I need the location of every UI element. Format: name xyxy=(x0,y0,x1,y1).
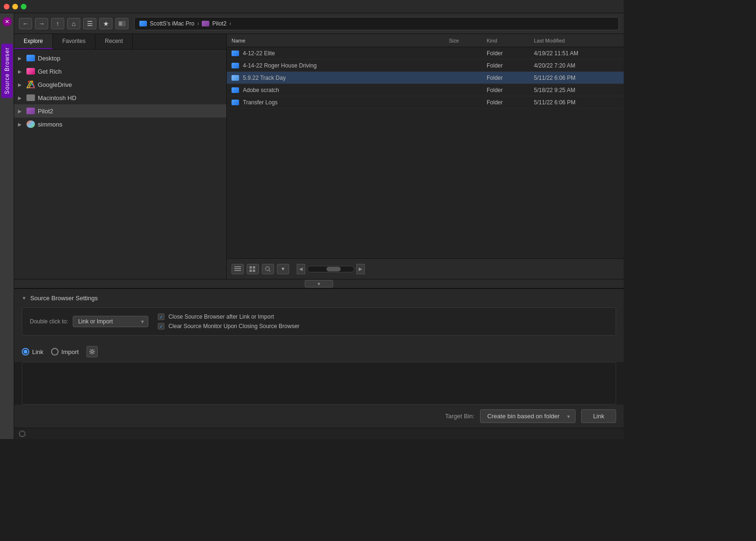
traffic-lights xyxy=(4,4,26,9)
folder-icon-get-rich xyxy=(26,68,35,75)
file-name: Transfer Logs xyxy=(243,99,278,106)
file-folder-icon xyxy=(232,87,239,93)
checkbox-label-1: Close Source Browser after Link or Impor… xyxy=(168,313,274,320)
file-kind: Folder xyxy=(487,75,534,81)
svg-line-14 xyxy=(269,270,270,271)
radio-circle-link xyxy=(22,348,29,355)
imac-icon xyxy=(139,21,147,26)
grid-view-button[interactable] xyxy=(247,264,259,274)
file-name: Adobe scratch xyxy=(243,87,279,93)
table-row[interactable]: Adobe scratch Folder 5/18/22 9:25 AM xyxy=(227,84,624,96)
checkbox-label-2: Clear Source Monitor Upon Closing Source… xyxy=(168,323,299,330)
file-kind: Folder xyxy=(487,62,534,69)
folder-icon-pilot2 xyxy=(26,108,35,114)
tab-recent[interactable]: Recent xyxy=(95,34,133,49)
tree-label-get-rich: Get Rich xyxy=(38,68,62,75)
list-view-button[interactable] xyxy=(232,264,244,274)
target-bin-select[interactable]: Create bin based on folder Current Bin xyxy=(480,409,576,423)
tree-label-simmons: simmons xyxy=(38,121,62,128)
header-name[interactable]: Name xyxy=(232,38,449,43)
file-modified: 5/11/22 6:06 PM xyxy=(534,99,619,106)
file-modified: 4/20/22 7:20 AM xyxy=(534,62,619,69)
target-select-wrapper: Create bin based on folder Current Bin ▼ xyxy=(480,409,576,423)
file-folder-icon xyxy=(232,100,239,105)
target-bin-label: Target Bin: xyxy=(445,413,474,420)
tree-label-pilot2: Pilot2 xyxy=(38,108,53,115)
organize-button[interactable]: ☰ xyxy=(83,18,96,29)
settings-left: Double click to: Link or Import Link Imp… xyxy=(30,316,148,327)
tab-explore[interactable]: Explore xyxy=(14,34,53,49)
link-action-button[interactable]: Link xyxy=(581,409,616,423)
home-button[interactable]: ⌂ xyxy=(67,18,80,29)
drop-zone[interactable] xyxy=(22,362,616,405)
gear-button[interactable] xyxy=(86,346,98,357)
tabs: Explore Favorites Recent xyxy=(14,34,226,50)
link-import-section: Link Import xyxy=(14,341,624,362)
folder-icon-macintosh-hd xyxy=(26,94,35,101)
status-bar xyxy=(14,428,624,439)
status-circle xyxy=(19,431,26,437)
back-button[interactable]: ← xyxy=(19,18,32,29)
checkbox-1[interactable]: ✓ xyxy=(158,313,164,320)
divider-handle[interactable]: ▼ xyxy=(14,279,624,288)
tree-item-google-drive[interactable]: ▶ GoogleDrive xyxy=(14,78,226,91)
collapse-arrow[interactable]: ▼ xyxy=(22,296,26,301)
table-row[interactable]: 4-12-22 Elite Folder 4/19/22 11:51 AM xyxy=(227,47,624,59)
tree-item-pilot2[interactable]: ▶ Pilot2 xyxy=(14,104,226,118)
header-last-modified[interactable]: Last Modified xyxy=(534,38,619,43)
tab-favorites[interactable]: Favorites xyxy=(53,34,95,49)
file-table: Name Size Kind Last Modified 4-12-22 Eli… xyxy=(227,34,624,258)
toolbar: ← → ↑ ⌂ ☰ ★ ScottS's iMac Pro › Pilot2 › xyxy=(14,13,624,34)
folder-icon-desktop xyxy=(26,55,35,61)
checkbox-2[interactable]: ✓ xyxy=(158,323,164,330)
tree-arrow-desktop: ▶ xyxy=(18,56,24,61)
section-title: Source Browser Settings xyxy=(30,295,98,302)
checkbox-row-1: ✓ Close Source Browser after Link or Imp… xyxy=(158,313,608,320)
table-row[interactable]: 5.9.22 Track Day Folder 5/11/22 6:06 PM xyxy=(227,72,624,84)
radio-import[interactable]: Import xyxy=(51,348,79,355)
svg-rect-6 xyxy=(234,266,241,267)
tree-arrow-get-rich: ▶ xyxy=(18,69,24,74)
vertical-tab: ✕ Source Browser xyxy=(0,13,14,439)
breadcrumb-bar: ScottS's iMac Pro › Pilot2 › xyxy=(134,17,619,30)
close-button[interactable] xyxy=(4,4,9,9)
table-row[interactable]: Transfer Logs Folder 5/11/22 6:06 PM xyxy=(227,96,624,109)
scroll-left-button[interactable]: ◀ xyxy=(297,264,305,274)
double-click-select[interactable]: Link or Import Link Import xyxy=(73,316,148,327)
tree-label-macintosh-hd: Macintosh HD xyxy=(38,94,77,101)
tree-item-get-rich[interactable]: ▶ Get Rich xyxy=(14,65,226,78)
up-button[interactable]: ↑ xyxy=(51,18,64,29)
file-name-cell: Adobe scratch xyxy=(232,87,449,93)
favorites-button[interactable]: ★ xyxy=(99,18,112,29)
header-size[interactable]: Size xyxy=(449,38,487,43)
tree-label-google-drive: GoogleDrive xyxy=(38,81,72,88)
media-button[interactable] xyxy=(115,18,129,29)
table-row[interactable]: 4-14-22 Roger House Driving Folder 4/20/… xyxy=(227,59,624,72)
tree-item-macintosh-hd[interactable]: ▶ Macintosh HD xyxy=(14,91,226,104)
tree-item-desktop[interactable]: ▶ Desktop xyxy=(14,51,226,65)
tree-label-desktop: Desktop xyxy=(38,55,60,62)
source-browser-close[interactable]: ✕ xyxy=(2,17,12,26)
svg-rect-8 xyxy=(234,270,241,271)
scroll-track[interactable] xyxy=(307,266,354,272)
file-modified: 4/19/22 11:51 AM xyxy=(534,50,619,57)
forward-button[interactable]: → xyxy=(35,18,48,29)
minimize-button[interactable] xyxy=(12,4,18,9)
main-content: ← → ↑ ⌂ ☰ ★ ScottS's iMac Pro › Pilot2 › xyxy=(14,13,624,439)
double-click-select-wrapper: Link or Import Link Import ▼ xyxy=(73,316,148,327)
target-bin-section: Target Bin: Create bin based on folder C… xyxy=(14,405,624,428)
section-header: ▼ Source Browser Settings xyxy=(22,295,616,302)
file-name-cell: 4-14-22 Roger House Driving xyxy=(232,62,449,69)
header-kind[interactable]: Kind xyxy=(487,38,534,43)
left-panel: Explore Favorites Recent ▶ Desktop ▶ xyxy=(14,34,227,279)
scroll-right-button[interactable]: ▶ xyxy=(356,264,365,274)
tree-item-simmons[interactable]: ▶ simmons xyxy=(14,118,226,131)
radio-link[interactable]: Link xyxy=(22,348,43,355)
radio-circle-import xyxy=(51,348,59,355)
breadcrumb-sep2: › xyxy=(229,20,231,27)
radio-label-import: Import xyxy=(61,348,79,355)
maximize-button[interactable] xyxy=(21,4,26,9)
view-options-dropdown[interactable]: ▼ xyxy=(277,264,289,274)
radio-group: Link Import xyxy=(22,348,79,355)
search-button[interactable] xyxy=(262,264,274,274)
